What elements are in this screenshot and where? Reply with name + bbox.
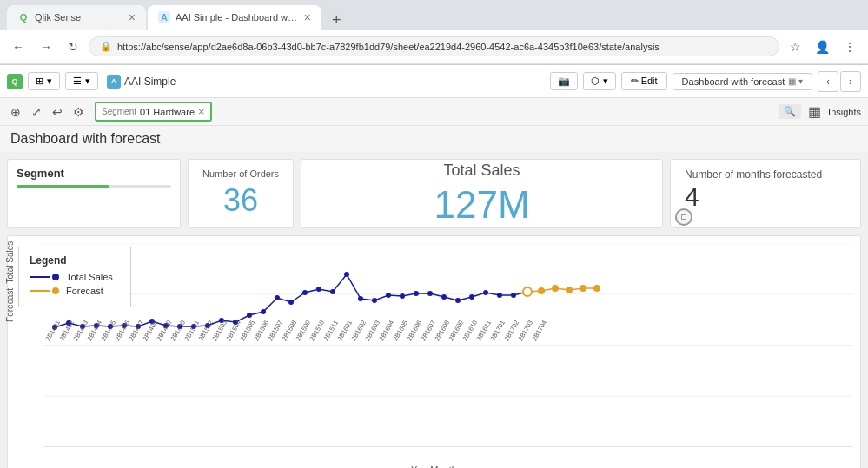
tab-qlik-close[interactable]: ×	[129, 10, 136, 24]
edit-label: Edit	[641, 76, 658, 86]
share-icon[interactable]: ↩	[49, 103, 66, 121]
svg-point-48	[552, 285, 559, 292]
content-area: Segment Number of Orders 36 Total Sales …	[0, 152, 868, 468]
svg-point-41	[469, 294, 474, 300]
app-name-label: AAI Simple	[124, 76, 176, 88]
forecast-legend-dot	[52, 287, 59, 294]
page-title: Dashboard with forecast	[10, 131, 161, 146]
tab-bar: Q Qlik Sense × A AAI Simple - Dashboard …	[0, 0, 868, 30]
pencil-icon: ✏	[631, 76, 639, 86]
dashboard-dropdown-icon: ▦ ▾	[788, 76, 803, 86]
smart-search-icon[interactable]: 🔍	[779, 104, 801, 119]
insights-label[interactable]: Insights	[828, 107, 861, 117]
total-sales-kpi-card: Total Sales 127M	[301, 159, 663, 228]
svg-point-28	[288, 300, 294, 305]
segment-filter-card[interactable]: Segment	[7, 159, 181, 228]
sel-dropdown-icon: ▾	[603, 76, 608, 87]
back-button[interactable]: ←	[7, 36, 30, 57]
filter-bar: ⊕ ⤢ ↩ ⚙ Segment 01 Hardware × 🔍 ▦ Insigh…	[0, 98, 868, 126]
x-axis-title: YearMonth	[411, 465, 457, 468]
zoom-icon[interactable]: ⊕	[7, 103, 24, 121]
tool-icons-left: ⊕ ⤢ ↩ ⚙	[7, 103, 88, 121]
svg-point-29	[302, 290, 308, 295]
svg-point-46	[523, 287, 532, 296]
qlik-logo-icon: Q	[7, 74, 23, 89]
segment-filter-label: Segment	[17, 167, 171, 180]
tab-qlik[interactable]: Q Qlik Sense ×	[7, 5, 146, 30]
bookmark-button[interactable]: ☆	[785, 36, 806, 57]
chip-value: 01 Hardware	[140, 107, 195, 117]
legend-box: Legend Total Sales Forecast	[18, 247, 131, 307]
view-toggle-button[interactable]: ⊞ ▾	[28, 72, 60, 90]
expand-icon[interactable]: ⤢	[28, 103, 45, 121]
chip-label: Segment	[102, 107, 136, 116]
grid-icon: ⊞	[36, 76, 43, 87]
total-sales-legend-label: Total Sales	[66, 272, 113, 282]
total-sales-legend-line	[30, 276, 50, 278]
dashboard-title-button[interactable]: Dashboard with forecast ▦ ▾	[673, 73, 812, 90]
tab-aai[interactable]: A AAI Simple - Dashboard with for... ×	[148, 5, 321, 30]
svg-point-50	[580, 285, 586, 292]
forecast-legend-label: Forecast	[66, 286, 103, 296]
total-sales-label: Total Sales	[443, 161, 520, 180]
address-bar[interactable]: 🔒 https://abc/sense/app/d2ae6d8a-06b3-43…	[89, 36, 779, 56]
selection-button[interactable]: ⬡ ▾	[583, 72, 616, 90]
segment-filter-chip[interactable]: Segment 01 Hardware ×	[95, 102, 212, 122]
reload-button[interactable]: ↻	[63, 36, 83, 57]
edit-button[interactable]: ✏ Edit	[621, 72, 667, 90]
kpi-row: Segment Number of Orders 36 Total Sales …	[7, 159, 861, 228]
lock-icon: 🔒	[100, 41, 112, 52]
forecast-legend-item: Forecast	[30, 286, 120, 296]
svg-point-36	[400, 293, 405, 299]
list-toggle-button[interactable]: ☰ ▾	[65, 72, 98, 90]
total-sales-value: 127M	[434, 183, 529, 227]
svg-point-34	[372, 298, 377, 303]
view-dropdown-icon: ▾	[47, 76, 52, 87]
next-sheet-button[interactable]: ›	[840, 71, 861, 92]
x-axis-labels: 2B1401 2B1402 2B1403 2B1404 2B1405 2B140…	[43, 319, 548, 342]
forward-button[interactable]: →	[35, 36, 57, 57]
forecast-line	[527, 288, 597, 292]
selection-icon: ⬡	[591, 76, 600, 87]
aai-favicon: A	[158, 11, 170, 23]
bar-chart-icon[interactable]: ▦	[805, 102, 825, 122]
nav-bar: ← → ↻ 🔒 https://abc/sense/app/d2ae6d8a-0…	[0, 30, 868, 64]
y-axis-label: Forecast, Total Sales	[5, 241, 15, 321]
svg-point-31	[330, 289, 335, 294]
right-tool-icons: 🔍 ▦ Insights	[779, 102, 861, 122]
app-icon: A	[107, 75, 121, 89]
forecast-kpi-card: Number of months forecasted 4	[670, 159, 861, 228]
new-tab-button[interactable]: +	[323, 11, 350, 30]
settings-icon[interactable]: ⚙	[70, 103, 88, 121]
chip-close-icon[interactable]: ×	[198, 105, 205, 118]
camera-button[interactable]: 📷	[550, 72, 578, 90]
qlik-favicon: Q	[17, 11, 30, 23]
segment-bar-fill	[17, 185, 109, 188]
svg-point-42	[483, 290, 488, 295]
app-logo: Q	[7, 74, 23, 89]
list-dropdown-icon: ▾	[85, 76, 90, 87]
forecast-label: Number of months forecasted	[685, 168, 822, 181]
forecast-dots	[523, 285, 600, 296]
svg-point-33	[358, 296, 363, 301]
line-chart-svg: 10M 7.5M 5M 2.5M 0	[43, 243, 853, 447]
svg-point-30	[316, 287, 321, 292]
svg-point-43	[497, 293, 502, 298]
slider-thumb[interactable]	[675, 208, 692, 226]
more-button[interactable]: ⋮	[838, 36, 861, 57]
orders-label: Number of Orders	[202, 168, 279, 179]
tab-aai-title: AAI Simple - Dashboard with for...	[176, 12, 299, 23]
browser-nav-icons: ☆ 👤 ⋮	[785, 36, 861, 57]
legend-title: Legend	[30, 254, 120, 267]
tab-aai-close[interactable]: ×	[304, 10, 311, 24]
svg-point-47	[538, 287, 545, 294]
tab-qlik-title: Qlik Sense	[35, 12, 123, 23]
total-sales-legend-dot	[52, 274, 59, 280]
segment-bar	[17, 185, 171, 188]
prev-sheet-button[interactable]: ‹	[818, 71, 838, 92]
svg-point-40	[455, 298, 461, 303]
profile-button[interactable]: 👤	[810, 36, 835, 57]
chart-area: Legend Total Sales Forecast Forecast, To…	[7, 235, 861, 468]
svg-point-49	[566, 287, 573, 293]
address-text: https://abc/sense/app/d2ae6d8a-06b3-43d0…	[117, 42, 659, 52]
